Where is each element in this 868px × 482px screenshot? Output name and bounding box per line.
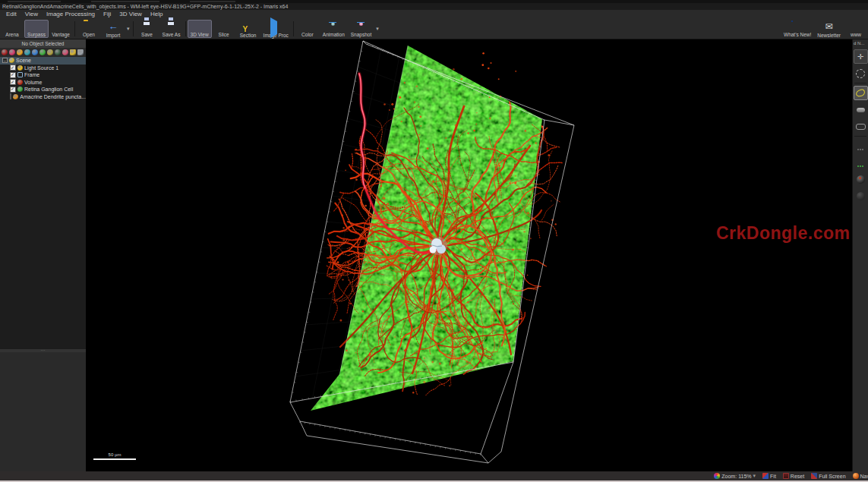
toolbar-button-label: Save xyxy=(141,32,153,37)
section-button[interactable]: YSection xyxy=(236,20,260,38)
full-screen-button[interactable]: Full Screen xyxy=(811,473,845,479)
object-creation-toolbar xyxy=(0,48,86,57)
arena-button[interactable]: Arena xyxy=(0,20,24,38)
zoom-label: Zoom: xyxy=(721,474,737,479)
lasso-select-icon[interactable] xyxy=(854,86,868,100)
watermark-text: CrkDongle.com xyxy=(716,223,850,244)
tree-item-scene[interactable]: −Scene xyxy=(0,57,86,65)
3d-view-button[interactable]: 3D View xyxy=(188,20,212,38)
menu-item-help[interactable]: Help xyxy=(150,10,163,19)
slice-button[interactable]: Slice xyxy=(212,20,236,38)
reference-frame-icon[interactable] xyxy=(47,49,53,55)
save-as-button[interactable]: Save As xyxy=(159,20,184,38)
capsule-tool-icon-glyph xyxy=(857,108,865,112)
surpass-button[interactable]: Surpass xyxy=(24,20,49,38)
dropdown-caret-icon[interactable]: ▾ xyxy=(376,26,379,32)
capsule-outline-icon[interactable] xyxy=(854,119,868,134)
toolbar-button-label: Vantage xyxy=(52,32,70,37)
open-folder-icon xyxy=(84,21,94,31)
zoom-control[interactable]: Zoom: 115% ▾ xyxy=(714,473,756,479)
toolbar-left-group: ArenaSurpassVantageOpen←Import▾SaveSave … xyxy=(0,19,380,39)
delete-icon[interactable] xyxy=(77,49,84,55)
nav-label: Nav xyxy=(860,474,868,479)
what-s-new--button[interactable]: What's New! xyxy=(781,20,814,38)
dropdown-caret-icon[interactable]: ▾ xyxy=(127,26,130,32)
overlay-mark xyxy=(190,1,235,2)
image-proc-button[interactable]: Image Proc xyxy=(260,20,292,38)
green-spots-icon[interactable] xyxy=(854,156,868,170)
visibility-checkbox[interactable] xyxy=(10,93,11,99)
tree-item-frame[interactable]: Frame xyxy=(0,71,86,79)
sphere-dim-icon[interactable] xyxy=(854,189,868,203)
toolbar-button-label: Snapshot xyxy=(351,32,371,37)
color-button[interactable]: Color xyxy=(295,20,320,38)
frame-icon xyxy=(17,72,23,77)
open-button[interactable]: Open xyxy=(77,20,101,38)
capsule-outline-icon-glyph xyxy=(856,124,866,130)
pointer-move-icon[interactable]: ✛ xyxy=(854,49,868,64)
3d-viewport[interactable]: CrkDongle.com 50 µm xyxy=(86,39,852,471)
green-spots-icon-glyph xyxy=(857,156,864,170)
clipping-plane-icon[interactable] xyxy=(55,49,61,55)
main-toolbar: ArenaSurpassVantageOpen←Import▾SaveSave … xyxy=(0,19,868,39)
sphere-dark-icon[interactable] xyxy=(854,172,868,187)
tree-item-amacrine-dendrite-puncta-[interactable]: Amacrine Dendrite puncta... xyxy=(0,93,86,101)
www-button[interactable]: www xyxy=(844,20,868,38)
volume-icon xyxy=(17,80,23,85)
globe-icon xyxy=(851,21,861,31)
menu-item-view[interactable]: View xyxy=(25,10,38,19)
measurement-points-icon[interactable] xyxy=(9,49,15,55)
toolbar-button-label: Animation xyxy=(323,32,345,37)
vantage-button[interactable]: Vantage xyxy=(49,20,73,38)
overlay-mark xyxy=(91,1,159,2)
menu-item-edit[interactable]: Edit xyxy=(6,10,17,19)
menu-item-image-processing[interactable]: Image Processing xyxy=(46,10,95,19)
volume-icon[interactable] xyxy=(2,49,8,55)
cells-icon[interactable] xyxy=(32,49,38,55)
menu-item-3d-view[interactable]: 3D View xyxy=(119,10,142,19)
zoom-value[interactable]: 115% xyxy=(738,474,751,479)
object-tree: −SceneLight Source 1FrameVolumeRetina Ga… xyxy=(0,57,86,349)
nav-button[interactable]: Nav xyxy=(853,473,868,479)
surfaces-icon[interactable] xyxy=(24,49,30,55)
navigation-toolbar: d N... ✛ xyxy=(852,39,868,471)
toolbar-button-label: What's New! xyxy=(784,32,811,37)
capsule-tool-icon[interactable] xyxy=(854,102,868,117)
zoom-dropdown-caret[interactable]: ▾ xyxy=(753,473,756,479)
reset-button[interactable]: Reset xyxy=(783,473,804,479)
selection-status-bar: No Object Selected xyxy=(0,39,86,48)
snapshot-button[interactable]: Snapshot xyxy=(348,20,374,38)
pointer-move-icon-glyph: ✛ xyxy=(857,53,863,61)
visibility-checkbox[interactable] xyxy=(10,72,16,78)
tree-item-retina-ganglion-cell[interactable]: Retina Ganglion Cell xyxy=(0,86,86,93)
menu-bar: EditViewImage ProcessingFiji3D ViewHelp xyxy=(0,10,868,19)
visibility-checkbox[interactable] xyxy=(10,79,16,85)
toolbar-button-label: Import xyxy=(106,33,120,38)
visibility-checkbox[interactable] xyxy=(10,65,16,71)
import-button[interactable]: ←Import xyxy=(101,20,125,38)
toolbar-separator xyxy=(133,21,134,36)
visibility-checkbox[interactable] xyxy=(10,87,16,93)
animation-button[interactable]: Animation xyxy=(320,20,348,38)
3d-view-canvas[interactable] xyxy=(86,39,852,471)
toolbar-button-label: Open xyxy=(83,32,95,37)
newsletter-button[interactable]: ✉Newsletter xyxy=(814,20,844,38)
save-button[interactable]: Save xyxy=(135,20,159,38)
window-title: RetinalGanglionAndAmacrineCells_with_obj… xyxy=(2,4,288,9)
filaments-icon[interactable] xyxy=(39,49,46,55)
tree-item-light-source-1[interactable]: Light Source 1 xyxy=(0,65,86,72)
section-icon: Y xyxy=(243,21,254,32)
whats-new-icon xyxy=(792,21,803,31)
oblique-slicer-icon[interactable] xyxy=(62,49,68,55)
toolbar-separator xyxy=(293,21,294,36)
orbit-rotate-icon[interactable] xyxy=(854,66,868,80)
group-folder-icon[interactable] xyxy=(70,49,76,55)
toolbar-button-label: www xyxy=(851,32,861,37)
fit-button[interactable]: Fit xyxy=(762,473,776,479)
window-titlebar: RetinalGanglionAndAmacrineCells_with_obj… xyxy=(0,3,868,10)
tree-item-volume[interactable]: Volume xyxy=(0,79,86,87)
menu-item-fiji[interactable]: Fiji xyxy=(103,10,111,19)
grid-dots-icon[interactable] xyxy=(854,139,868,153)
tree-expander-icon[interactable]: − xyxy=(2,58,8,63)
spots-icon[interactable] xyxy=(17,49,23,55)
